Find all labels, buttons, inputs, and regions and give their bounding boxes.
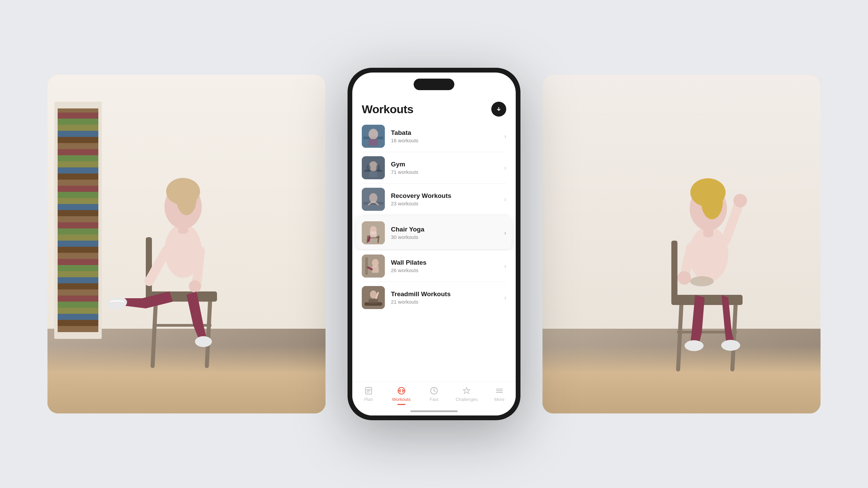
workout-item-treadmill[interactable]: Treadmill Workouts 21 workouts › [352, 282, 516, 313]
svg-point-9 [176, 181, 197, 215]
tab-fast[interactable]: Fast [418, 386, 450, 402]
thumbnail-chair-yoga [362, 221, 385, 244]
tab-fast-label: Fast [430, 397, 438, 402]
workout-info-wall-pilates: Wall Pilates 26 workouts [391, 259, 504, 273]
svg-point-42 [376, 164, 380, 171]
divider-3 [362, 215, 506, 215]
svg-rect-59 [369, 299, 378, 304]
svg-rect-36 [369, 139, 378, 146]
workout-item-tabata[interactable]: Tabata 16 workouts › [352, 121, 516, 152]
svg-rect-4 [146, 237, 152, 298]
thumbnail-gym [362, 156, 385, 179]
tab-more-label: More [494, 397, 505, 402]
download-icon[interactable] [491, 102, 506, 117]
svg-rect-19 [671, 241, 677, 302]
home-indicator [410, 410, 458, 412]
svg-point-26 [733, 194, 747, 207]
person-right-figure [604, 136, 800, 380]
svg-point-28 [677, 271, 691, 285]
fast-icon [429, 386, 439, 395]
chevron-tabata: › [504, 133, 506, 140]
tab-workouts-label: Workouts [392, 397, 411, 402]
scene: Workouts [27, 27, 841, 461]
more-icon [495, 386, 504, 395]
workout-item-gym[interactable]: Gym 71 workouts › [352, 152, 516, 183]
app-header: Workouts [352, 96, 516, 121]
workout-item-recovery[interactable]: Recovery Workouts 23 workouts › [352, 184, 516, 215]
tab-challenges-label: Challenges [456, 397, 478, 402]
tab-workouts[interactable]: Workouts [385, 386, 417, 405]
thumbnail-wall-pilates [362, 255, 385, 278]
workout-name-chair-yoga: Chair Yoga [391, 226, 504, 233]
thumbnail-recovery [362, 188, 385, 211]
svg-line-27 [685, 247, 691, 274]
page-title: Workouts [362, 103, 413, 116]
svg-rect-55 [372, 266, 379, 273]
challenges-icon [462, 386, 471, 395]
dynamic-island [414, 79, 454, 90]
chevron-wall-pilates: › [504, 263, 506, 270]
svg-line-25 [726, 203, 739, 241]
svg-point-29 [690, 276, 714, 286]
tab-more[interactable]: More [483, 386, 516, 402]
svg-line-0 [153, 298, 156, 366]
svg-point-12 [189, 280, 201, 292]
svg-point-24 [701, 184, 723, 219]
workout-info-gym: Gym 71 workouts [391, 161, 504, 175]
workout-count-tabata: 16 workouts [391, 138, 504, 143]
workout-name-recovery: Recovery Workouts [391, 192, 504, 200]
svg-line-16 [732, 302, 736, 369]
svg-rect-18 [671, 295, 743, 305]
tab-challenges[interactable]: Challenges [450, 386, 483, 402]
phone-device: Workouts [348, 68, 520, 420]
chevron-gym: › [504, 164, 506, 171]
svg-point-54 [372, 259, 379, 267]
workout-name-gym: Gym [391, 161, 504, 168]
workout-info-tabata: Tabata 16 workouts [391, 129, 504, 143]
chevron-treadmill: › [504, 294, 506, 301]
svg-rect-53 [365, 257, 368, 275]
thumbnail-treadmill [362, 286, 385, 309]
workout-info-recovery: Recovery Workouts 23 workouts [391, 192, 504, 206]
workout-item-chair-yoga[interactable]: Chair Yoga 30 workouts › [356, 217, 512, 249]
workout-count-chair-yoga: 30 workouts [391, 234, 504, 240]
phone-screen: Workouts [352, 73, 516, 415]
workout-name-treadmill: Treadmill Workouts [391, 290, 504, 298]
svg-line-11 [197, 251, 200, 285]
svg-line-15 [678, 302, 682, 369]
svg-line-1 [207, 298, 210, 366]
workout-item-wall-pilates[interactable]: Wall Pilates 26 workouts › [352, 250, 516, 282]
chevron-recovery: › [504, 196, 506, 203]
svg-rect-51 [370, 231, 377, 238]
tab-plan[interactable]: Plan [352, 386, 385, 402]
plan-icon [364, 386, 373, 395]
phone-shell: Workouts [348, 68, 520, 420]
tab-plan-label: Plan [364, 397, 373, 402]
svg-line-49 [378, 236, 379, 242]
workout-count-recovery: 23 workouts [391, 201, 504, 206]
chevron-chair-yoga: › [504, 229, 506, 237]
workout-info-chair-yoga: Chair Yoga 30 workouts [391, 226, 504, 240]
workout-info-treadmill: Treadmill Workouts 21 workouts [391, 290, 504, 305]
workout-count-wall-pilates: 26 workouts [391, 267, 504, 273]
workout-list: Tabata 16 workouts › [352, 121, 516, 382]
workout-count-gym: 71 workouts [391, 169, 504, 175]
workout-name-tabata: Tabata [391, 129, 504, 137]
right-photo-panel [542, 75, 821, 413]
svg-point-45 [369, 193, 377, 203]
workout-count-treadmill: 21 workouts [391, 299, 504, 305]
tab-active-indicator [397, 404, 406, 405]
thumbnail-tabata [362, 125, 385, 148]
svg-point-35 [369, 129, 378, 140]
svg-point-31 [721, 340, 740, 351]
left-photo-panel [47, 75, 326, 413]
svg-point-41 [367, 164, 371, 171]
workout-name-wall-pilates: Wall Pilates [391, 259, 504, 266]
svg-rect-40 [369, 171, 377, 177]
svg-point-13 [106, 296, 128, 311]
svg-point-14 [195, 336, 212, 347]
workouts-icon [397, 386, 406, 395]
person-left-figure [81, 136, 278, 380]
svg-point-30 [685, 340, 704, 351]
screen-content: Workouts [352, 73, 516, 415]
